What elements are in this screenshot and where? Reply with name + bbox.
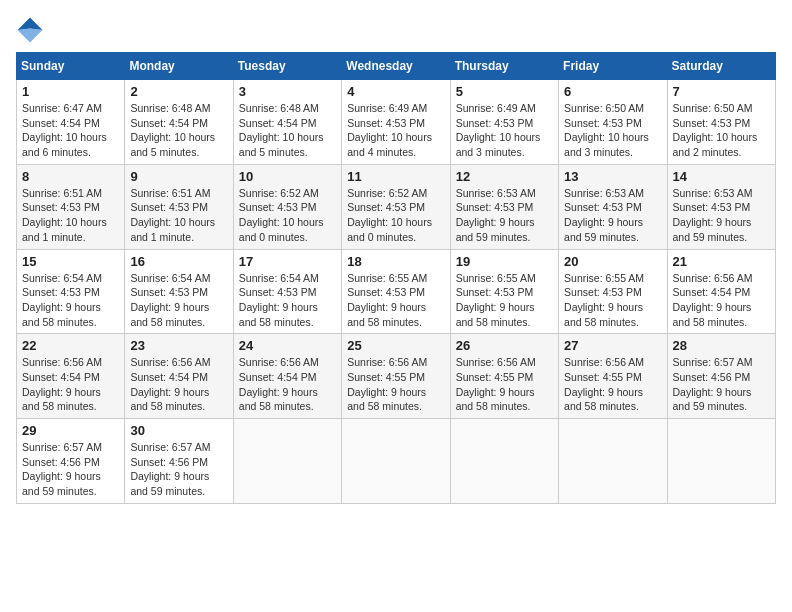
calendar-cell: 13Sunrise: 6:53 AM Sunset: 4:53 PM Dayli… bbox=[559, 164, 667, 249]
svg-marker-0 bbox=[18, 18, 43, 30]
day-number: 1 bbox=[22, 84, 119, 99]
calendar-cell: 29Sunrise: 6:57 AM Sunset: 4:56 PM Dayli… bbox=[17, 419, 125, 504]
weekday-header-sunday: Sunday bbox=[17, 53, 125, 80]
calendar-cell: 14Sunrise: 6:53 AM Sunset: 4:53 PM Dayli… bbox=[667, 164, 775, 249]
day-number: 27 bbox=[564, 338, 661, 353]
day-info: Sunrise: 6:55 AM Sunset: 4:53 PM Dayligh… bbox=[564, 271, 661, 330]
calendar-cell: 21Sunrise: 6:56 AM Sunset: 4:54 PM Dayli… bbox=[667, 249, 775, 334]
calendar-cell: 1Sunrise: 6:47 AM Sunset: 4:54 PM Daylig… bbox=[17, 80, 125, 165]
day-number: 16 bbox=[130, 254, 227, 269]
day-info: Sunrise: 6:52 AM Sunset: 4:53 PM Dayligh… bbox=[347, 186, 444, 245]
day-number: 24 bbox=[239, 338, 336, 353]
logo bbox=[16, 16, 48, 44]
day-number: 20 bbox=[564, 254, 661, 269]
calendar-cell: 7Sunrise: 6:50 AM Sunset: 4:53 PM Daylig… bbox=[667, 80, 775, 165]
calendar-cell: 16Sunrise: 6:54 AM Sunset: 4:53 PM Dayli… bbox=[125, 249, 233, 334]
header bbox=[16, 16, 776, 44]
calendar-cell: 27Sunrise: 6:56 AM Sunset: 4:55 PM Dayli… bbox=[559, 334, 667, 419]
day-info: Sunrise: 6:54 AM Sunset: 4:53 PM Dayligh… bbox=[239, 271, 336, 330]
day-info: Sunrise: 6:47 AM Sunset: 4:54 PM Dayligh… bbox=[22, 101, 119, 160]
day-number: 2 bbox=[130, 84, 227, 99]
day-number: 21 bbox=[673, 254, 770, 269]
day-number: 5 bbox=[456, 84, 553, 99]
calendar-cell: 28Sunrise: 6:57 AM Sunset: 4:56 PM Dayli… bbox=[667, 334, 775, 419]
calendar-cell: 20Sunrise: 6:55 AM Sunset: 4:53 PM Dayli… bbox=[559, 249, 667, 334]
day-info: Sunrise: 6:49 AM Sunset: 4:53 PM Dayligh… bbox=[456, 101, 553, 160]
day-info: Sunrise: 6:56 AM Sunset: 4:54 PM Dayligh… bbox=[673, 271, 770, 330]
day-number: 4 bbox=[347, 84, 444, 99]
day-number: 17 bbox=[239, 254, 336, 269]
calendar-cell bbox=[450, 419, 558, 504]
day-number: 14 bbox=[673, 169, 770, 184]
day-number: 23 bbox=[130, 338, 227, 353]
day-number: 28 bbox=[673, 338, 770, 353]
calendar-cell: 19Sunrise: 6:55 AM Sunset: 4:53 PM Dayli… bbox=[450, 249, 558, 334]
day-number: 7 bbox=[673, 84, 770, 99]
day-info: Sunrise: 6:50 AM Sunset: 4:53 PM Dayligh… bbox=[564, 101, 661, 160]
day-info: Sunrise: 6:55 AM Sunset: 4:53 PM Dayligh… bbox=[456, 271, 553, 330]
calendar-cell: 5Sunrise: 6:49 AM Sunset: 4:53 PM Daylig… bbox=[450, 80, 558, 165]
calendar-cell: 12Sunrise: 6:53 AM Sunset: 4:53 PM Dayli… bbox=[450, 164, 558, 249]
calendar-cell: 11Sunrise: 6:52 AM Sunset: 4:53 PM Dayli… bbox=[342, 164, 450, 249]
weekday-header-friday: Friday bbox=[559, 53, 667, 80]
day-info: Sunrise: 6:56 AM Sunset: 4:55 PM Dayligh… bbox=[347, 355, 444, 414]
day-info: Sunrise: 6:54 AM Sunset: 4:53 PM Dayligh… bbox=[130, 271, 227, 330]
weekday-header-monday: Monday bbox=[125, 53, 233, 80]
day-number: 12 bbox=[456, 169, 553, 184]
day-info: Sunrise: 6:54 AM Sunset: 4:53 PM Dayligh… bbox=[22, 271, 119, 330]
day-info: Sunrise: 6:50 AM Sunset: 4:53 PM Dayligh… bbox=[673, 101, 770, 160]
day-number: 25 bbox=[347, 338, 444, 353]
day-number: 15 bbox=[22, 254, 119, 269]
calendar-cell: 26Sunrise: 6:56 AM Sunset: 4:55 PM Dayli… bbox=[450, 334, 558, 419]
calendar-cell: 10Sunrise: 6:52 AM Sunset: 4:53 PM Dayli… bbox=[233, 164, 341, 249]
day-info: Sunrise: 6:57 AM Sunset: 4:56 PM Dayligh… bbox=[673, 355, 770, 414]
week-row-5: 29Sunrise: 6:57 AM Sunset: 4:56 PM Dayli… bbox=[17, 419, 776, 504]
week-row-4: 22Sunrise: 6:56 AM Sunset: 4:54 PM Dayli… bbox=[17, 334, 776, 419]
day-info: Sunrise: 6:56 AM Sunset: 4:55 PM Dayligh… bbox=[564, 355, 661, 414]
calendar-cell: 2Sunrise: 6:48 AM Sunset: 4:54 PM Daylig… bbox=[125, 80, 233, 165]
calendar-cell bbox=[559, 419, 667, 504]
day-info: Sunrise: 6:53 AM Sunset: 4:53 PM Dayligh… bbox=[456, 186, 553, 245]
day-info: Sunrise: 6:56 AM Sunset: 4:54 PM Dayligh… bbox=[130, 355, 227, 414]
calendar-cell: 24Sunrise: 6:56 AM Sunset: 4:54 PM Dayli… bbox=[233, 334, 341, 419]
day-info: Sunrise: 6:51 AM Sunset: 4:53 PM Dayligh… bbox=[22, 186, 119, 245]
weekday-header-saturday: Saturday bbox=[667, 53, 775, 80]
logo-icon bbox=[16, 16, 44, 44]
calendar-cell: 4Sunrise: 6:49 AM Sunset: 4:53 PM Daylig… bbox=[342, 80, 450, 165]
weekday-header-tuesday: Tuesday bbox=[233, 53, 341, 80]
day-number: 10 bbox=[239, 169, 336, 184]
day-info: Sunrise: 6:52 AM Sunset: 4:53 PM Dayligh… bbox=[239, 186, 336, 245]
day-info: Sunrise: 6:51 AM Sunset: 4:53 PM Dayligh… bbox=[130, 186, 227, 245]
calendar-cell: 22Sunrise: 6:56 AM Sunset: 4:54 PM Dayli… bbox=[17, 334, 125, 419]
day-number: 30 bbox=[130, 423, 227, 438]
day-info: Sunrise: 6:57 AM Sunset: 4:56 PM Dayligh… bbox=[130, 440, 227, 499]
calendar-cell: 25Sunrise: 6:56 AM Sunset: 4:55 PM Dayli… bbox=[342, 334, 450, 419]
weekday-header-thursday: Thursday bbox=[450, 53, 558, 80]
weekday-header-wednesday: Wednesday bbox=[342, 53, 450, 80]
svg-marker-1 bbox=[18, 28, 43, 42]
day-info: Sunrise: 6:49 AM Sunset: 4:53 PM Dayligh… bbox=[347, 101, 444, 160]
day-number: 19 bbox=[456, 254, 553, 269]
calendar-cell: 9Sunrise: 6:51 AM Sunset: 4:53 PM Daylig… bbox=[125, 164, 233, 249]
day-number: 13 bbox=[564, 169, 661, 184]
calendar-cell bbox=[342, 419, 450, 504]
calendar-cell: 15Sunrise: 6:54 AM Sunset: 4:53 PM Dayli… bbox=[17, 249, 125, 334]
day-info: Sunrise: 6:48 AM Sunset: 4:54 PM Dayligh… bbox=[239, 101, 336, 160]
day-info: Sunrise: 6:53 AM Sunset: 4:53 PM Dayligh… bbox=[673, 186, 770, 245]
day-number: 6 bbox=[564, 84, 661, 99]
day-number: 18 bbox=[347, 254, 444, 269]
calendar-cell: 18Sunrise: 6:55 AM Sunset: 4:53 PM Dayli… bbox=[342, 249, 450, 334]
calendar-cell: 30Sunrise: 6:57 AM Sunset: 4:56 PM Dayli… bbox=[125, 419, 233, 504]
week-row-2: 8Sunrise: 6:51 AM Sunset: 4:53 PM Daylig… bbox=[17, 164, 776, 249]
calendar-cell: 3Sunrise: 6:48 AM Sunset: 4:54 PM Daylig… bbox=[233, 80, 341, 165]
day-number: 3 bbox=[239, 84, 336, 99]
day-number: 22 bbox=[22, 338, 119, 353]
week-row-3: 15Sunrise: 6:54 AM Sunset: 4:53 PM Dayli… bbox=[17, 249, 776, 334]
day-number: 8 bbox=[22, 169, 119, 184]
day-info: Sunrise: 6:56 AM Sunset: 4:55 PM Dayligh… bbox=[456, 355, 553, 414]
calendar-cell: 6Sunrise: 6:50 AM Sunset: 4:53 PM Daylig… bbox=[559, 80, 667, 165]
day-info: Sunrise: 6:57 AM Sunset: 4:56 PM Dayligh… bbox=[22, 440, 119, 499]
day-number: 11 bbox=[347, 169, 444, 184]
calendar-cell: 8Sunrise: 6:51 AM Sunset: 4:53 PM Daylig… bbox=[17, 164, 125, 249]
calendar-cell bbox=[233, 419, 341, 504]
